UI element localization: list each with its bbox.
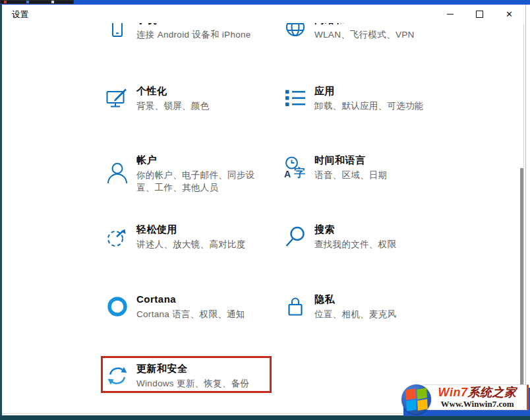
cortana-icon	[106, 295, 129, 318]
fragment-dot	[4, 1, 7, 3]
svg-text:A: A	[284, 169, 291, 179]
window-controls: ✕	[435, 5, 524, 23]
tile-title: 更新和安全	[136, 361, 265, 375]
tile-title: 轻松使用	[136, 222, 265, 236]
title-bar[interactable]: 设置 ✕	[2, 5, 525, 23]
tile-title: 搜索	[314, 222, 443, 236]
tile-subtitle: 讲述人、放大镜、高对比度	[136, 238, 265, 251]
tile-ease-of-access[interactable]: 轻松使用 讲述人、放大镜、高对比度	[106, 222, 265, 251]
tile-subtitle: Windows 更新、恢复、备份	[136, 377, 265, 390]
phone-icon	[106, 23, 129, 38]
privacy-lock-icon	[284, 295, 307, 318]
tile-title: 帐户	[136, 153, 265, 167]
update-security-icon	[106, 365, 129, 387]
tile-subtitle: 你的帐户、电子邮件、同步设置、工作、其他人员	[136, 169, 265, 194]
tile-title: 手机	[136, 23, 265, 26]
watermark-url: Www.Winwin7.com	[441, 399, 514, 409]
tile-phone[interactable]: 手机 连接 Android 设备和 iPhone	[106, 23, 265, 41]
tile-subtitle: Cortana 语言、权限、通知	[136, 308, 265, 320]
tile-title: 隐私	[314, 292, 443, 306]
tile-network[interactable]: 网络和 Internet WLAN、飞行模式、VPN	[284, 23, 443, 41]
watermark-brand: Win7系统之家	[438, 386, 517, 399]
apps-icon	[284, 87, 307, 109]
personalization-icon	[106, 87, 129, 109]
tile-apps[interactable]: 应用 卸载、默认应用、可选功能	[284, 84, 443, 112]
close-icon: ✕	[506, 10, 513, 18]
tile-subtitle: 语音、区域、日期	[314, 169, 443, 181]
minimize-icon	[447, 14, 454, 15]
minimize-button[interactable]	[435, 5, 465, 23]
maximize-button[interactable]	[465, 5, 494, 23]
fragment-dot	[26, 1, 29, 3]
tile-subtitle: 连接 Android 设备和 iPhone	[136, 28, 265, 41]
tile-subtitle: 查找我的文件、权限	[314, 238, 443, 251]
svg-text:字: 字	[294, 166, 305, 179]
tile-title: 时间和语言	[314, 153, 443, 167]
background-taskbar-fragment	[0, 0, 74, 4]
tile-search[interactable]: 搜索 查找我的文件、权限	[284, 222, 443, 251]
scrollbar-track[interactable]	[523, 23, 524, 413]
ease-of-access-icon	[106, 225, 129, 248]
settings-home-grid: 手机 连接 Android 设备和 iPhone 网络和 Internet WL…	[2, 23, 525, 413]
tile-subtitle: 背景、锁屏、颜色	[136, 100, 265, 112]
screenshot-frame: 设置 ✕ 手机 连接 Android 设备和 iPhone	[0, 0, 530, 420]
window-title: 设置	[12, 9, 28, 20]
tile-accounts[interactable]: 帐户 你的帐户、电子邮件、同步设置、工作、其他人员	[106, 153, 265, 194]
maximize-icon	[476, 11, 483, 18]
tile-subtitle: 位置、相机、麦克风	[314, 308, 443, 320]
time-language-icon: A 字	[284, 156, 307, 179]
tile-subtitle: WLAN、飞行模式、VPN	[314, 28, 443, 41]
tile-privacy[interactable]: 隐私 位置、相机、麦克风	[284, 292, 443, 320]
scrollbar-thumb[interactable]	[520, 168, 523, 390]
close-button[interactable]: ✕	[494, 5, 524, 23]
search-icon	[284, 225, 307, 248]
fragment-dot	[51, 1, 54, 3]
settings-window: 设置 ✕ 手机 连接 Android 设备和 iPhone	[2, 5, 526, 414]
tile-time-language[interactable]: A 字 时间和语言 语音、区域、日期	[284, 153, 443, 181]
network-globe-icon	[284, 23, 307, 38]
tile-cortana[interactable]: Cortana Cortana 语言、权限、通知	[106, 292, 265, 320]
tile-personalization[interactable]: 个性化 背景、锁屏、颜色	[106, 84, 265, 112]
tile-title: 个性化	[136, 84, 265, 98]
tile-update-security[interactable]: 更新和安全 Windows 更新、恢复、备份	[106, 361, 265, 390]
tile-title: Cortana	[136, 292, 265, 306]
accounts-icon	[106, 162, 129, 185]
background-bottom-edge	[0, 415, 530, 420]
tile-title: 应用	[314, 84, 443, 98]
tile-title: 网络和 Internet	[314, 23, 443, 26]
tile-subtitle: 卸载、默认应用、可选功能	[314, 100, 443, 112]
background-window-top-edge	[0, 0, 530, 5]
